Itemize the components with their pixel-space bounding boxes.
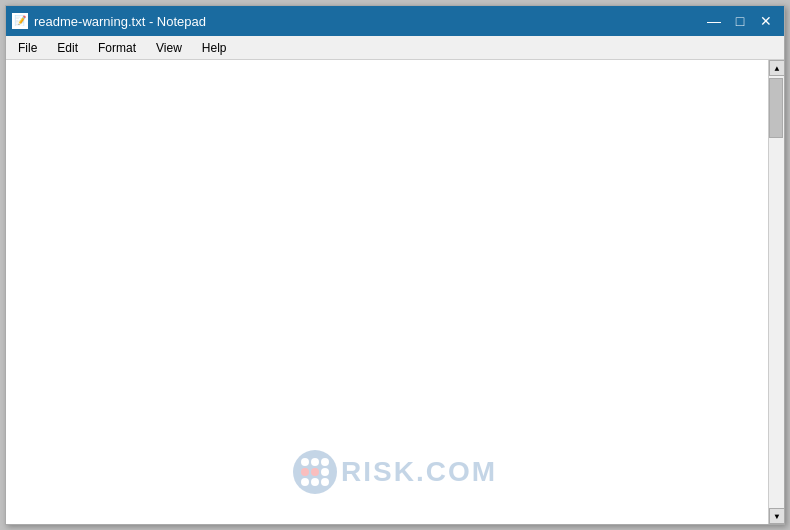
notepad-icon: 📝 [12,13,28,29]
scroll-up-arrow[interactable]: ▲ [769,60,784,76]
title-bar-left: 📝 readme-warning.txt - Notepad [12,13,206,29]
scrollbar-track[interactable] [769,76,784,508]
scrollbar-thumb[interactable] [769,78,783,138]
menu-bar: File Edit Format View Help [6,36,784,60]
title-bar: 📝 readme-warning.txt - Notepad — □ ✕ [6,6,784,36]
content-area: ▲ ▼ RISK.COM [6,60,784,524]
scroll-down-arrow[interactable]: ▼ [769,508,784,524]
maximize-button[interactable]: □ [728,11,752,31]
minimize-button[interactable]: — [702,11,726,31]
close-button[interactable]: ✕ [754,11,778,31]
window-title: readme-warning.txt - Notepad [34,14,206,29]
scrollbar[interactable]: ▲ ▼ [768,60,784,524]
window-controls: — □ ✕ [702,11,778,31]
menu-file[interactable]: File [10,39,45,57]
menu-edit[interactable]: Edit [49,39,86,57]
menu-view[interactable]: View [148,39,190,57]
notepad-window: 📝 readme-warning.txt - Notepad — □ ✕ Fil… [5,5,785,525]
menu-help[interactable]: Help [194,39,235,57]
text-content[interactable] [6,60,768,524]
menu-format[interactable]: Format [90,39,144,57]
